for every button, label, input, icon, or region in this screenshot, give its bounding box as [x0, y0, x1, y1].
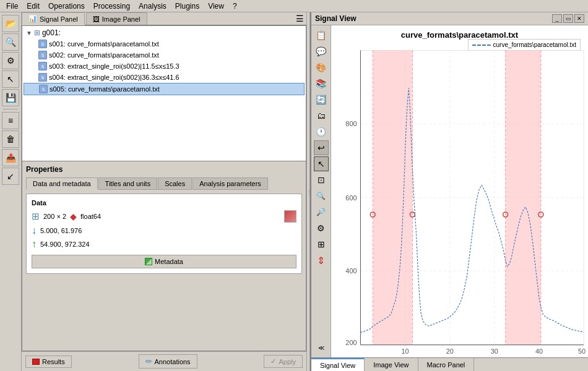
grid-view-btn[interactable]: ⊞ — [314, 237, 329, 252]
rect-select-btn[interactable]: ⊡ — [314, 173, 329, 187]
chart-area: curve_formats\paracetamol.txt curve_form… — [331, 25, 588, 357]
svg-text:20: 20 — [446, 348, 454, 355]
chart-svg: 800 600 400 200 10 20 30 40 50 Wave Numb… — [331, 25, 588, 357]
metadata-icon — [145, 258, 152, 265]
bottom-tabs: Signal View Image View Macro Panel — [311, 357, 588, 371]
tree-item-s001[interactable]: s s001: curve_formats\paracetamol.txt — [24, 38, 305, 49]
gear-settings-btn[interactable]: ⚙ — [314, 221, 329, 236]
item-label-s004: s004: extract_single_roi(s002)|36.3≤x≤41… — [49, 74, 179, 81]
tree-item-s003[interactable]: s s003: extract_single_roi(s002)|11.5≤x≤… — [24, 61, 305, 72]
diamond-icon: ◆ — [70, 211, 77, 221]
zoom-out-btn[interactable]: 🔎 — [314, 205, 329, 220]
svg-text:200: 200 — [345, 339, 357, 346]
item-label-s005: s005: curve_formats\paracetamol.txt — [50, 85, 160, 93]
signal-view-header: Signal View _ ▭ ✕ — [311, 12, 588, 25]
refresh-btn[interactable]: 🔄 — [314, 92, 329, 107]
cursor-icon[interactable]: ↖ — [2, 70, 19, 88]
item-icon-s004: s — [38, 73, 47, 82]
tab-scales[interactable]: Scales — [158, 177, 192, 190]
image-panel-icon: 🖼 — [93, 15, 100, 23]
svg-text:10: 10 — [402, 348, 409, 355]
tab-image-panel[interactable]: 🖼 Image Panel — [86, 12, 147, 25]
menu-view[interactable]: View — [204, 1, 228, 11]
signal-view-panel: Signal View _ ▭ ✕ 📋 💬 🎨 📚 🔄 🗂 🕐 ↩ ↖ ⊡ 🔍 — [310, 12, 588, 371]
properties-panel: Properties Data and metadata Titles and … — [22, 161, 306, 351]
item-label-s001: s001: curve_formats\paracetamol.txt — [49, 40, 159, 48]
delete-icon[interactable]: 🗑 — [2, 130, 19, 148]
prop-content: Data ⊞ 200 × 2 ◆ float64 ↓ 5.000, 61.976… — [26, 194, 302, 274]
apply-button[interactable]: ✓ Apply — [264, 355, 303, 368]
tree-chevron: ▼ — [26, 30, 32, 36]
zoom-icon[interactable]: 🔍 — [2, 33, 19, 51]
svg-text:800: 800 — [345, 120, 357, 127]
tree-item-s005[interactable]: s s005: curve_formats\paracetamol.txt — [24, 83, 305, 95]
metadata-button[interactable]: Metadata — [32, 255, 296, 268]
tab-image-view[interactable]: Image View — [365, 358, 418, 371]
grid-icon: ⊞ — [32, 211, 40, 222]
menu-edit[interactable]: Edit — [23, 1, 43, 11]
comment-btn[interactable]: 💬 — [314, 44, 329, 59]
properties-title: Properties — [26, 165, 302, 174]
color-btn[interactable]: 🎨 — [314, 60, 329, 75]
expand-panel-btn[interactable]: ≪ — [314, 340, 329, 355]
zoom-in-btn[interactable]: 🔍 — [314, 189, 329, 203]
import-icon[interactable]: 📤 — [2, 149, 19, 166]
svg-text:50: 50 — [578, 348, 586, 355]
tab-macro-panel[interactable]: Macro Panel — [418, 358, 475, 371]
menu-processing[interactable]: Processing — [90, 1, 134, 11]
panel-menu-icon[interactable]: ☰ — [296, 14, 304, 23]
annotations-button[interactable]: ✏ Annotations — [139, 354, 197, 369]
adjust-btn[interactable]: ⇕ — [314, 253, 329, 268]
results-button[interactable]: Results — [25, 356, 72, 368]
apply-label: Apply — [279, 358, 296, 365]
open-icon[interactable]: 📂 — [2, 15, 19, 32]
export-icon[interactable]: ↙ — [2, 168, 19, 185]
tab-data-metadata[interactable]: Data and metadata — [26, 177, 98, 190]
menu-file[interactable]: File — [2, 1, 22, 11]
tab-signal-view[interactable]: Signal View — [311, 358, 365, 371]
shape-value: 200 × 2 — [43, 213, 66, 220]
tab-analysis-params[interactable]: Analysis parameters — [192, 177, 268, 190]
color-swatch[interactable] — [284, 210, 296, 223]
menu-analysis[interactable]: Analysis — [135, 1, 170, 11]
dtype-value: float64 — [80, 213, 101, 220]
arrow-up-icon: ↑ — [32, 239, 37, 250]
win-restore-btn[interactable]: ▭ — [563, 14, 573, 23]
item-label-s002: s002: curve_formats\paracetamol.txt — [49, 51, 159, 59]
tree-item-s002[interactable]: s s002: curve_formats\paracetamol.txt — [24, 49, 305, 61]
apply-check-icon: ✓ — [270, 357, 276, 365]
clock-btn[interactable]: 🕐 — [314, 124, 329, 139]
load-signal-btn[interactable]: 📋 — [314, 28, 329, 43]
undo-btn[interactable]: ↩ — [314, 140, 329, 155]
duplicate-btn[interactable]: 🗂 — [314, 108, 329, 123]
save-icon[interactable]: 💾 — [2, 89, 19, 106]
arrow-down-icon: ↓ — [32, 225, 37, 236]
layers-icon[interactable]: ≡ — [2, 112, 19, 129]
svg-rect-9 — [506, 51, 541, 345]
item-icon-s003: s — [38, 62, 47, 70]
item-label-s003: s003: extract_single_roi(s002)|11.5≤x≤15… — [49, 62, 179, 70]
action-bar: Results ✏ Annotations ✓ Apply — [22, 351, 306, 371]
settings-icon[interactable]: ⚙ — [2, 52, 19, 69]
annotations-label: Annotations — [155, 358, 191, 365]
annotations-icon: ✏ — [145, 357, 152, 366]
menu-operations[interactable]: Operations — [45, 1, 89, 11]
stack-btn[interactable]: 📚 — [314, 76, 329, 91]
tab-titles-units[interactable]: Titles and units — [98, 177, 158, 190]
menu-help[interactable]: ? — [229, 1, 241, 11]
tree-group-g001[interactable]: ▼ ⊞ g001: — [24, 27, 305, 38]
group-icon: ⊞ — [34, 28, 40, 37]
tab-signal-panel[interactable]: 📊 Signal Panel — [22, 12, 85, 25]
menubar: File Edit Operations Processing Analysis… — [0, 0, 588, 12]
win-minimize-btn[interactable]: _ — [552, 14, 562, 23]
win-close-btn[interactable]: ✕ — [574, 14, 584, 23]
tree-area: ▼ ⊞ g001: s s001: curve_formats\paraceta… — [22, 25, 306, 161]
svg-text:30: 30 — [491, 348, 498, 355]
results-icon — [32, 359, 40, 365]
metadata-label: Metadata — [155, 258, 183, 265]
tree-item-s004[interactable]: s s004: extract_single_roi(s002)|36.3≤x≤… — [24, 72, 305, 83]
item-icon-s001: s — [38, 40, 47, 48]
menu-plugins[interactable]: Plugins — [171, 1, 203, 11]
select-cursor-btn[interactable]: ↖ — [314, 156, 329, 171]
group-label: g001: — [42, 28, 61, 37]
